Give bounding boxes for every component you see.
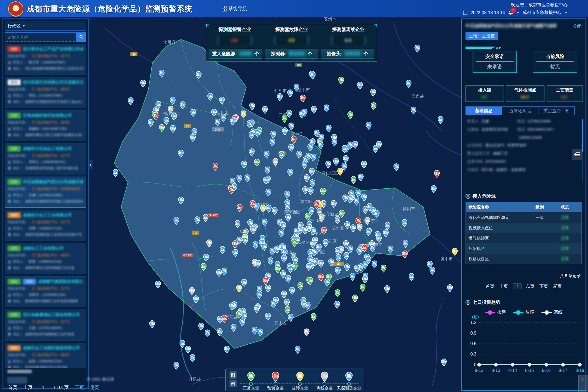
info-row: 13808123456 bbox=[467, 135, 573, 140]
contact-row: 联系人：喻兰萍（18080047887） bbox=[8, 60, 83, 65]
zoom-in-button[interactable]: + bbox=[578, 375, 587, 383]
table-next-page[interactable]: 下页 bbox=[539, 284, 548, 289]
table-prev-page[interactable]: 上页 bbox=[499, 284, 508, 289]
system-nav-button[interactable]: 系统导航 bbox=[222, 5, 247, 12]
map-label-青白江区: 青白江区 bbox=[322, 171, 338, 175]
svg-text:8-14: 8-14 bbox=[508, 368, 517, 373]
contact-row: 联系人：李焰（17318027360） bbox=[8, 93, 83, 98]
company-list-item[interactable]: 正常日海成都织造印染有限公司危险源等级：【三级(四级)平台 - 使用】联系人：高… bbox=[5, 110, 86, 141]
legend-item-故障企业[interactable]: 故障企业 bbox=[288, 370, 312, 390]
map-label-新都区: 新都区 bbox=[301, 199, 313, 204]
user-caret-icon[interactable] bbox=[565, 12, 568, 14]
first-page-button[interactable]: 首页 bbox=[8, 384, 17, 391]
company-title: 成都化工工业有限公司 bbox=[23, 246, 64, 251]
svg-text:(起): (起) bbox=[472, 314, 479, 319]
prev-page-button[interactable]: 上页 bbox=[23, 384, 33, 391]
company-list-item[interactable]: 正常成都化工工业有限公司危险源等级：【三级(四级)平台 - 储存】联系人：陈勇（… bbox=[5, 243, 86, 274]
contact-row: 联系人：文娜（13708123456） bbox=[8, 193, 83, 198]
district-filter-input[interactable] bbox=[28, 21, 86, 31]
stat-card-label: 探测器报警企业 bbox=[206, 26, 263, 33]
info-row: 企业类型:液化石油气 - 经营带储存 bbox=[467, 143, 573, 148]
table-first-page[interactable]: 首页 bbox=[486, 284, 494, 289]
company-item-header: 正常日海成都织造印染有限公司 bbox=[8, 113, 83, 118]
fullscreen-icon[interactable] bbox=[463, 11, 467, 15]
legend-title: 图例 bbox=[229, 371, 237, 387]
hazard-section-title: 接入危险源 bbox=[473, 193, 496, 199]
info-cell: 电话:028-84801234 / bbox=[517, 127, 573, 132]
company-item-header: 解除四川炬原竹业有限公司天府新区分公司 bbox=[8, 79, 83, 85]
company-list-item[interactable]: 正常中石油西南油气田分公司成都天然气储配气库危险源等级：【三级(四级)平台 - … bbox=[5, 177, 86, 208]
legend-item-离线企业[interactable]: 离线企业 bbox=[312, 370, 337, 390]
map-label-丹棱县: 丹棱县 bbox=[189, 376, 201, 381]
legend-item-预警企业[interactable]: 预警企业 bbox=[263, 370, 288, 390]
current-risk-value: 暂无 bbox=[533, 63, 577, 70]
company-list-item[interactable]: 预警成都恒力化工工业有限公司危险源等级：【三级(四级)平台 - 生产】联系人：张… bbox=[5, 210, 86, 241]
datetime-text: 2022-08-18 13:14 bbox=[471, 10, 505, 15]
company-list-item[interactable]: 解除四川炬原竹业有限公司天府新区分公司危险源等级：【二级(四级)平台 - 储存】… bbox=[5, 77, 86, 108]
legend-item-正常企业[interactable]: 正常企业 bbox=[239, 370, 263, 390]
table-row[interactable]: 液化石油气储罐区单元一级正常 bbox=[466, 212, 581, 223]
counter-box: 重大危险源:166个 bbox=[209, 49, 262, 59]
map-label-汶川县: 汶川县 bbox=[163, 40, 176, 44]
table-row[interactable]: 视频接入点位正常 bbox=[466, 223, 581, 233]
company-list-item[interactable]: 正常成都华川石油化工有限公司危险源等级：【三级(四级)平台 - 生产】联系人：李… bbox=[5, 143, 86, 174]
svg-text:8-13: 8-13 bbox=[492, 368, 500, 373]
svg-text:G5: G5 bbox=[297, 64, 301, 67]
tab-危险化学品[interactable]: 危险化学品 bbox=[502, 106, 538, 115]
company-list-item[interactable]: 安全在线成都燃气集团股份有限公司储配站危险源等级：【二级(四级)平台 - 生产】… bbox=[5, 276, 86, 307]
table-row[interactable]: 铁路栈桥区正常 bbox=[466, 254, 581, 264]
current-risk-label: 当前风险 bbox=[533, 53, 577, 60]
search-input[interactable] bbox=[5, 32, 76, 42]
table-page-input[interactable]: 1 bbox=[513, 283, 522, 289]
legend-item-无探测器企业[interactable]: 无探测器企业 bbox=[337, 370, 361, 390]
close-button[interactable]: 关闭 bbox=[572, 23, 582, 29]
svg-text:S40: S40 bbox=[336, 262, 341, 266]
contact-row: 联系人：李和江（13908086762） bbox=[8, 160, 83, 164]
info-row: 注册地:龙泉驿区洪河镇电话:028-84801234 / bbox=[467, 127, 573, 132]
company-item-header: 正常成都华川石油化工有限公司 bbox=[8, 146, 83, 152]
safety-promise-box: 安全承诺 未承诺 bbox=[473, 51, 517, 73]
bell-caret-icon[interactable] bbox=[516, 12, 519, 14]
table-row[interactable]: 燃气储罐区正常 bbox=[466, 233, 581, 243]
search-icon bbox=[79, 35, 84, 39]
table-last-page[interactable]: 尾页 bbox=[553, 284, 562, 289]
company-list-item[interactable]: 预警成都石化工业园区物流有限公司危险源等级：【三级(四级)平台 - 储存】联系人… bbox=[5, 343, 86, 368]
zoom-out-button[interactable]: − bbox=[578, 383, 587, 391]
next-page-button[interactable]: 下页 bbox=[75, 384, 84, 391]
svg-text:8-18: 8-18 bbox=[575, 368, 584, 373]
page-size-select[interactable] bbox=[7, 377, 27, 384]
legend-node-icon bbox=[347, 382, 351, 386]
panel-scrollbar[interactable] bbox=[582, 119, 583, 182]
company-list-item[interactable]: 报警四川美丰化工产品产业有限公司成都融创分公司危险源等级：【三级(四级)平台 -… bbox=[5, 44, 86, 75]
svg-text:S8: S8 bbox=[185, 125, 189, 128]
map-label-德阳市: 德阳市 bbox=[297, 87, 310, 92]
table-row[interactable]: 压缩机区正常 bbox=[466, 243, 581, 254]
stat-card-label: 探测器故障企业 bbox=[263, 26, 320, 33]
district-filter-dropdown[interactable]: 行政区 bbox=[5, 21, 28, 31]
search-button[interactable] bbox=[76, 32, 86, 42]
info-row: 重点监管工艺:储罐工艺 bbox=[467, 151, 573, 156]
company-list-item[interactable]: 正常四川金象赛瑞化工股份有限公司危险源等级：【三级(四级)平台 - 生产】联系人… bbox=[5, 310, 86, 341]
company-title: 成都石化工业园区物流有限公司 bbox=[23, 345, 80, 351]
svg-text:8-16: 8-16 bbox=[542, 368, 551, 373]
map-label-什邡市: 什邡市 bbox=[274, 88, 287, 93]
panel-collapse-button[interactable] bbox=[572, 149, 582, 160]
system-nav-label: 系统导航 bbox=[228, 5, 247, 12]
table-record-count: 共 5 条记录 bbox=[560, 273, 581, 278]
contact-row: 联系人：王建（13700138000） bbox=[8, 326, 83, 330]
status-badge: 正常 bbox=[8, 246, 21, 251]
patrol-3d-button[interactable]: 三维厂区巡查 bbox=[465, 32, 498, 40]
notification-bell-icon[interactable]: 0 bbox=[508, 10, 513, 15]
counter-unit: 个 bbox=[308, 51, 312, 57]
tab-重点监管工艺[interactable]: 重点监管工艺 bbox=[538, 106, 575, 115]
company-title: 四川美丰化工产品产业有限公司成都融创分公司 bbox=[23, 47, 83, 52]
map-label-资阳市: 资阳市 bbox=[440, 256, 453, 261]
last-page-button[interactable]: 尾页 bbox=[90, 384, 99, 391]
user-name[interactable]: 成都市应急救援中心 bbox=[522, 10, 562, 16]
sidebar-collapse-handle[interactable]: ❮ bbox=[89, 160, 93, 169]
info-cell: 13808123456 bbox=[517, 135, 573, 140]
page-number-input[interactable]: 1 bbox=[39, 385, 48, 390]
info-cell: 重点监管工艺:储罐工艺 bbox=[467, 151, 573, 156]
svg-text:1.2: 1.2 bbox=[470, 320, 476, 325]
tab-基础信息[interactable]: 基础信息 bbox=[465, 106, 502, 115]
